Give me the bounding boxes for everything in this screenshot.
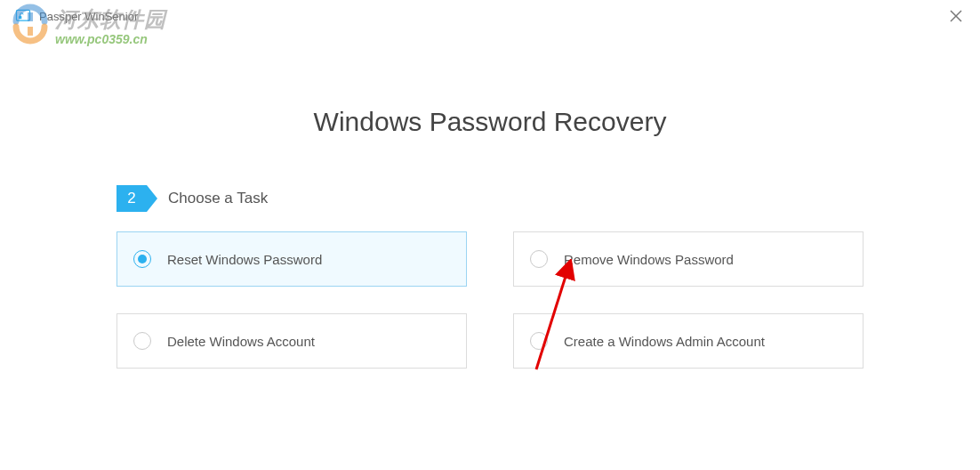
titlebar: Passper WinSenior — [0, 0, 980, 32]
svg-rect-0 — [17, 10, 30, 20]
app-icon — [14, 7, 32, 25]
page-title: Windows Password Recovery — [0, 107, 980, 137]
radio-icon — [530, 332, 548, 350]
option-label: Create a Windows Admin Account — [564, 334, 765, 349]
titlebar-left: Passper WinSenior — [14, 7, 138, 25]
step-indicator: 2 Choose a Task — [116, 185, 980, 212]
app-title: Passper WinSenior — [39, 10, 138, 23]
option-reset-password[interactable]: Reset Windows Password — [116, 231, 467, 287]
svg-rect-1 — [19, 16, 21, 19]
option-label: Remove Windows Password — [564, 252, 734, 267]
option-remove-password[interactable]: Remove Windows Password — [513, 231, 864, 287]
radio-icon — [133, 250, 151, 268]
step-number-badge: 2 — [116, 185, 147, 212]
close-icon — [950, 10, 962, 22]
option-label: Delete Windows Account — [167, 334, 315, 349]
watermark-url-text: www.pc0359.cn — [55, 32, 166, 46]
close-button[interactable] — [943, 3, 969, 29]
radio-icon — [133, 332, 151, 350]
step-label: Choose a Task — [168, 190, 268, 207]
option-delete-account[interactable]: Delete Windows Account — [116, 313, 467, 369]
option-create-admin[interactable]: Create a Windows Admin Account — [513, 313, 864, 369]
task-options-grid: Reset Windows Password Remove Windows Pa… — [116, 231, 980, 369]
option-label: Reset Windows Password — [167, 252, 322, 267]
radio-icon — [530, 250, 548, 268]
